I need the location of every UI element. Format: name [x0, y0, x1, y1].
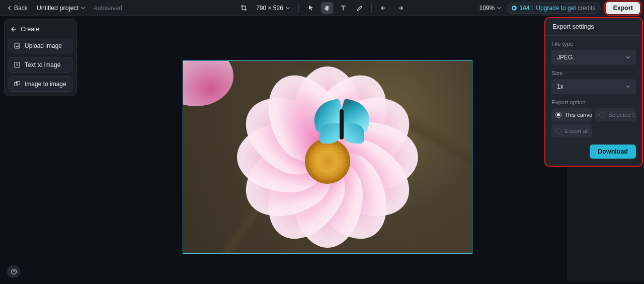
file-type-value: JPEG	[557, 54, 573, 61]
sidebar-item-upload-image[interactable]: Upload image	[9, 38, 72, 53]
dimensions-text: 790 × 526	[256, 5, 283, 12]
create-label: Create	[21, 26, 40, 33]
help-icon	[11, 268, 17, 275]
text-icon	[340, 5, 347, 12]
upgrade-link[interactable]: Upgrade to get credits	[536, 5, 595, 12]
image-to-image-icon	[13, 80, 21, 88]
butterfly	[310, 99, 376, 150]
zoom-dropdown[interactable]: 109%	[479, 5, 502, 12]
crop-tool-button[interactable]	[238, 2, 250, 14]
text-tool-button[interactable]	[337, 2, 349, 14]
upload-image-icon	[13, 42, 21, 49]
credits-icon	[511, 5, 517, 11]
pill-divider	[532, 5, 533, 12]
top-toolbar: Back Untitled project Autosaved 790 × 52…	[0, 0, 644, 16]
file-type-label: File type	[551, 41, 636, 47]
option-this-canvas[interactable]: This canvas	[551, 108, 592, 121]
export-settings-panel: Export settings File type JPEG Size 1x E…	[545, 18, 642, 166]
download-button[interactable]: Download	[590, 145, 636, 159]
toolbar-divider	[371, 4, 372, 13]
credits-pill[interactable]: 144 Upgrade to get credits	[507, 3, 601, 14]
export-panel-title: Export settings	[545, 18, 642, 36]
credits-count: 144	[519, 5, 529, 12]
option-label: Export all ...	[565, 128, 592, 134]
sidebar-item-image-to-image[interactable]: Image to image	[9, 76, 72, 92]
brush-tool-button[interactable]	[353, 2, 365, 14]
project-name-dropdown[interactable]: Untitled project	[34, 3, 89, 14]
undo-icon	[380, 5, 387, 12]
file-type-select[interactable]: JPEG	[551, 50, 636, 65]
radio-icon	[555, 112, 561, 118]
export-button[interactable]: Export	[606, 2, 640, 14]
chevron-left-icon	[7, 6, 12, 11]
size-value: 1x	[557, 83, 564, 90]
option-selected-layers[interactable]: Selected l...	[595, 108, 636, 121]
redo-icon	[396, 5, 404, 12]
radio-icon	[599, 112, 605, 118]
export-option-label: Export option	[551, 99, 636, 105]
radio-icon	[555, 128, 561, 134]
option-export-all[interactable]: Export all ...	[551, 124, 592, 137]
svg-point-1	[513, 7, 515, 9]
chevron-down-icon	[497, 6, 502, 11]
canvas-image[interactable]	[183, 60, 472, 254]
back-arrow-icon	[11, 26, 17, 32]
create-panel: Create Upload image Text to image Image …	[4, 19, 77, 96]
cursor-icon	[307, 5, 314, 12]
hand-tool-button[interactable]	[321, 2, 333, 14]
brush-icon	[356, 5, 363, 12]
help-button[interactable]	[7, 265, 20, 278]
autosaved-status: Autosaved	[94, 5, 122, 12]
zoom-value: 109%	[479, 5, 495, 12]
back-button[interactable]: Back	[4, 3, 31, 14]
sidebar-item-text-to-image[interactable]: Text to image	[9, 57, 72, 73]
chevron-down-icon	[625, 55, 630, 60]
hand-icon	[324, 5, 331, 12]
chevron-down-icon	[625, 84, 630, 89]
svg-rect-2	[15, 43, 20, 48]
sidebar-item-label: Text to image	[25, 61, 60, 68]
toolbar-divider	[298, 4, 299, 13]
back-label: Back	[14, 5, 28, 12]
text-to-image-icon	[13, 61, 21, 68]
chevron-down-icon	[80, 6, 86, 11]
create-header: Create	[9, 24, 72, 38]
project-name-text: Untitled project	[37, 5, 78, 12]
size-select[interactable]: 1x	[551, 79, 636, 94]
redo-button[interactable]	[394, 2, 406, 14]
option-label: This canvas	[565, 112, 592, 118]
sidebar-item-label: Upload image	[25, 42, 62, 49]
undo-button[interactable]	[378, 2, 390, 14]
chevron-down-icon	[285, 6, 290, 11]
canvas-dimensions-dropdown[interactable]: 790 × 526	[254, 3, 292, 14]
cursor-tool-button[interactable]	[305, 2, 317, 14]
size-label: Size	[551, 70, 636, 76]
crop-icon	[240, 5, 248, 12]
sidebar-item-label: Image to image	[25, 81, 66, 88]
option-label: Selected l...	[608, 112, 636, 118]
